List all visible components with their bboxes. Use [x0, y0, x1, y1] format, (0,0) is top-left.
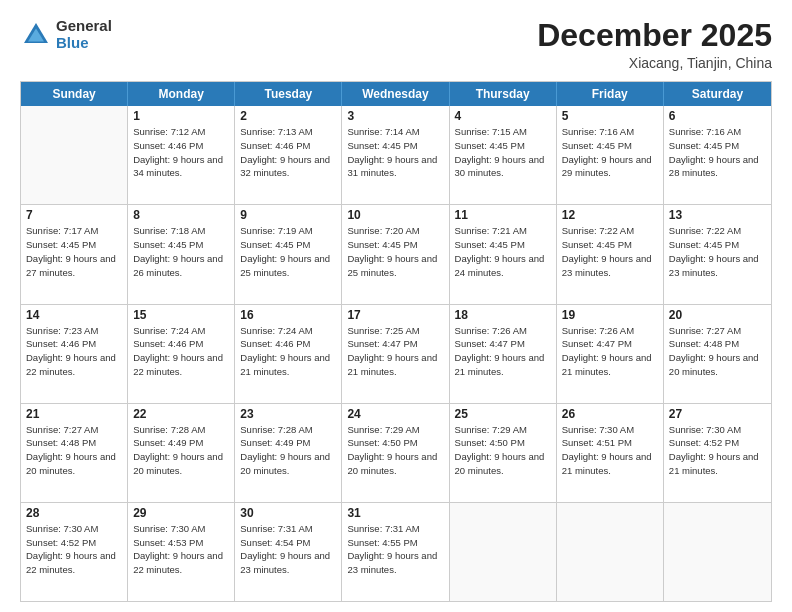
day-number: 20 [669, 308, 766, 322]
calendar-cell: 10Sunrise: 7:20 AMSunset: 4:45 PMDayligh… [342, 205, 449, 303]
day-number: 8 [133, 208, 229, 222]
day-info: Sunrise: 7:23 AMSunset: 4:46 PMDaylight:… [26, 324, 122, 379]
calendar-cell: 13Sunrise: 7:22 AMSunset: 4:45 PMDayligh… [664, 205, 771, 303]
day-number: 15 [133, 308, 229, 322]
calendar-cell: 26Sunrise: 7:30 AMSunset: 4:51 PMDayligh… [557, 404, 664, 502]
calendar-cell: 20Sunrise: 7:27 AMSunset: 4:48 PMDayligh… [664, 305, 771, 403]
day-info: Sunrise: 7:22 AMSunset: 4:45 PMDaylight:… [562, 224, 658, 279]
calendar: SundayMondayTuesdayWednesdayThursdayFrid… [20, 81, 772, 602]
logo-general-text: General [56, 18, 112, 35]
header-day-thursday: Thursday [450, 82, 557, 106]
day-number: 25 [455, 407, 551, 421]
day-number: 29 [133, 506, 229, 520]
day-info: Sunrise: 7:30 AMSunset: 4:52 PMDaylight:… [26, 522, 122, 577]
calendar-cell: 25Sunrise: 7:29 AMSunset: 4:50 PMDayligh… [450, 404, 557, 502]
day-number: 23 [240, 407, 336, 421]
calendar-cell: 8Sunrise: 7:18 AMSunset: 4:45 PMDaylight… [128, 205, 235, 303]
calendar-cell [21, 106, 128, 204]
header: General Blue December 2025 Xiacang, Tian… [20, 18, 772, 71]
location-subtitle: Xiacang, Tianjin, China [537, 55, 772, 71]
day-info: Sunrise: 7:21 AMSunset: 4:45 PMDaylight:… [455, 224, 551, 279]
day-info: Sunrise: 7:27 AMSunset: 4:48 PMDaylight:… [26, 423, 122, 478]
calendar-cell: 19Sunrise: 7:26 AMSunset: 4:47 PMDayligh… [557, 305, 664, 403]
day-info: Sunrise: 7:16 AMSunset: 4:45 PMDaylight:… [562, 125, 658, 180]
calendar-cell: 3Sunrise: 7:14 AMSunset: 4:45 PMDaylight… [342, 106, 449, 204]
calendar-cell: 23Sunrise: 7:28 AMSunset: 4:49 PMDayligh… [235, 404, 342, 502]
calendar-cell: 27Sunrise: 7:30 AMSunset: 4:52 PMDayligh… [664, 404, 771, 502]
day-number: 31 [347, 506, 443, 520]
calendar-cell: 29Sunrise: 7:30 AMSunset: 4:53 PMDayligh… [128, 503, 235, 601]
header-day-saturday: Saturday [664, 82, 771, 106]
day-info: Sunrise: 7:29 AMSunset: 4:50 PMDaylight:… [455, 423, 551, 478]
day-number: 1 [133, 109, 229, 123]
logo: General Blue [20, 18, 112, 51]
day-info: Sunrise: 7:16 AMSunset: 4:45 PMDaylight:… [669, 125, 766, 180]
header-day-wednesday: Wednesday [342, 82, 449, 106]
page: General Blue December 2025 Xiacang, Tian… [0, 0, 792, 612]
calendar-cell: 5Sunrise: 7:16 AMSunset: 4:45 PMDaylight… [557, 106, 664, 204]
day-number: 28 [26, 506, 122, 520]
day-info: Sunrise: 7:29 AMSunset: 4:50 PMDaylight:… [347, 423, 443, 478]
logo-icon [20, 19, 52, 51]
calendar-cell: 31Sunrise: 7:31 AMSunset: 4:55 PMDayligh… [342, 503, 449, 601]
day-info: Sunrise: 7:17 AMSunset: 4:45 PMDaylight:… [26, 224, 122, 279]
day-info: Sunrise: 7:26 AMSunset: 4:47 PMDaylight:… [455, 324, 551, 379]
title-area: December 2025 Xiacang, Tianjin, China [537, 18, 772, 71]
logo-blue-text: Blue [56, 35, 112, 52]
calendar-cell: 24Sunrise: 7:29 AMSunset: 4:50 PMDayligh… [342, 404, 449, 502]
calendar-cell: 18Sunrise: 7:26 AMSunset: 4:47 PMDayligh… [450, 305, 557, 403]
day-info: Sunrise: 7:27 AMSunset: 4:48 PMDaylight:… [669, 324, 766, 379]
calendar-cell: 15Sunrise: 7:24 AMSunset: 4:46 PMDayligh… [128, 305, 235, 403]
calendar-cell: 30Sunrise: 7:31 AMSunset: 4:54 PMDayligh… [235, 503, 342, 601]
day-number: 9 [240, 208, 336, 222]
day-number: 24 [347, 407, 443, 421]
calendar-cell: 11Sunrise: 7:21 AMSunset: 4:45 PMDayligh… [450, 205, 557, 303]
day-info: Sunrise: 7:31 AMSunset: 4:55 PMDaylight:… [347, 522, 443, 577]
calendar-cell [450, 503, 557, 601]
calendar-cell: 9Sunrise: 7:19 AMSunset: 4:45 PMDaylight… [235, 205, 342, 303]
calendar-cell [664, 503, 771, 601]
day-info: Sunrise: 7:14 AMSunset: 4:45 PMDaylight:… [347, 125, 443, 180]
header-day-tuesday: Tuesday [235, 82, 342, 106]
calendar-cell: 1Sunrise: 7:12 AMSunset: 4:46 PMDaylight… [128, 106, 235, 204]
day-number: 6 [669, 109, 766, 123]
calendar-cell: 7Sunrise: 7:17 AMSunset: 4:45 PMDaylight… [21, 205, 128, 303]
day-info: Sunrise: 7:25 AMSunset: 4:47 PMDaylight:… [347, 324, 443, 379]
day-number: 30 [240, 506, 336, 520]
day-number: 13 [669, 208, 766, 222]
calendar-cell: 21Sunrise: 7:27 AMSunset: 4:48 PMDayligh… [21, 404, 128, 502]
calendar-cell: 4Sunrise: 7:15 AMSunset: 4:45 PMDaylight… [450, 106, 557, 204]
logo-text: General Blue [56, 18, 112, 51]
day-info: Sunrise: 7:12 AMSunset: 4:46 PMDaylight:… [133, 125, 229, 180]
day-number: 7 [26, 208, 122, 222]
day-number: 18 [455, 308, 551, 322]
calendar-cell: 22Sunrise: 7:28 AMSunset: 4:49 PMDayligh… [128, 404, 235, 502]
day-info: Sunrise: 7:18 AMSunset: 4:45 PMDaylight:… [133, 224, 229, 279]
day-number: 4 [455, 109, 551, 123]
calendar-cell: 16Sunrise: 7:24 AMSunset: 4:46 PMDayligh… [235, 305, 342, 403]
day-info: Sunrise: 7:30 AMSunset: 4:51 PMDaylight:… [562, 423, 658, 478]
calendar-cell: 6Sunrise: 7:16 AMSunset: 4:45 PMDaylight… [664, 106, 771, 204]
day-info: Sunrise: 7:28 AMSunset: 4:49 PMDaylight:… [240, 423, 336, 478]
header-day-sunday: Sunday [21, 82, 128, 106]
calendar-cell [557, 503, 664, 601]
day-info: Sunrise: 7:20 AMSunset: 4:45 PMDaylight:… [347, 224, 443, 279]
header-day-monday: Monday [128, 82, 235, 106]
day-number: 3 [347, 109, 443, 123]
day-number: 22 [133, 407, 229, 421]
day-number: 17 [347, 308, 443, 322]
calendar-row-2: 7Sunrise: 7:17 AMSunset: 4:45 PMDaylight… [21, 205, 771, 304]
day-info: Sunrise: 7:28 AMSunset: 4:49 PMDaylight:… [133, 423, 229, 478]
calendar-cell: 17Sunrise: 7:25 AMSunset: 4:47 PMDayligh… [342, 305, 449, 403]
calendar-row-1: 1Sunrise: 7:12 AMSunset: 4:46 PMDaylight… [21, 106, 771, 205]
calendar-row-5: 28Sunrise: 7:30 AMSunset: 4:52 PMDayligh… [21, 503, 771, 601]
calendar-cell: 14Sunrise: 7:23 AMSunset: 4:46 PMDayligh… [21, 305, 128, 403]
calendar-header: SundayMondayTuesdayWednesdayThursdayFrid… [21, 82, 771, 106]
day-info: Sunrise: 7:26 AMSunset: 4:47 PMDaylight:… [562, 324, 658, 379]
calendar-row-4: 21Sunrise: 7:27 AMSunset: 4:48 PMDayligh… [21, 404, 771, 503]
day-number: 5 [562, 109, 658, 123]
day-number: 11 [455, 208, 551, 222]
calendar-row-3: 14Sunrise: 7:23 AMSunset: 4:46 PMDayligh… [21, 305, 771, 404]
day-number: 27 [669, 407, 766, 421]
calendar-cell: 2Sunrise: 7:13 AMSunset: 4:46 PMDaylight… [235, 106, 342, 204]
